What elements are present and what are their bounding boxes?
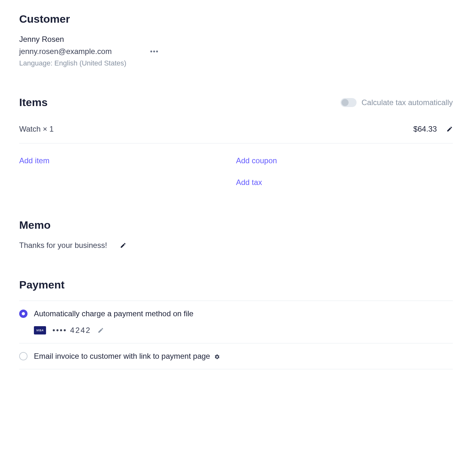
customer-email: jenny.rosen@example.com bbox=[19, 47, 112, 56]
payment-option-email-invoice: Email invoice to customer with link to p… bbox=[19, 343, 453, 369]
payment-option-label: Email invoice to customer with link to p… bbox=[34, 352, 220, 361]
add-tax-button[interactable]: Add tax bbox=[236, 175, 453, 190]
card-brand: VISA bbox=[36, 329, 43, 332]
gear-icon[interactable] bbox=[214, 354, 220, 360]
tax-toggle-label: Calculate tax automatically bbox=[362, 98, 453, 107]
edit-memo-icon[interactable] bbox=[120, 242, 126, 249]
card-on-file: VISA •••• 4242 bbox=[34, 326, 453, 335]
tax-auto-toggle[interactable] bbox=[341, 98, 357, 107]
payment-option-auto-charge: Automatically charge a payment method on… bbox=[19, 301, 453, 343]
item-description: Watch × 1 bbox=[19, 125, 54, 134]
visa-badge-icon: VISA bbox=[34, 326, 46, 334]
add-item-button[interactable]: Add item bbox=[19, 153, 236, 168]
card-last4: •••• 4242 bbox=[52, 326, 91, 335]
customer-name: Jenny Rosen bbox=[19, 35, 453, 44]
radio-email-invoice[interactable] bbox=[19, 352, 28, 360]
items-heading: Items bbox=[19, 96, 48, 109]
payment-heading: Payment bbox=[19, 279, 65, 291]
item-price: $64.33 bbox=[413, 125, 437, 134]
more-actions-icon[interactable]: ••• bbox=[150, 48, 159, 55]
memo-section: Memo Thanks for your business! bbox=[19, 219, 453, 250]
payment-section: Payment Automatically charge a payment m… bbox=[19, 279, 453, 369]
customer-heading: Customer bbox=[19, 13, 70, 25]
toggle-knob bbox=[342, 99, 349, 106]
radio-auto-charge[interactable] bbox=[19, 310, 28, 318]
customer-section: Customer Jenny Rosen jenny.rosen@example… bbox=[19, 13, 453, 67]
memo-text: Thanks for your business! bbox=[19, 241, 107, 250]
edit-item-icon[interactable] bbox=[446, 126, 453, 132]
tax-toggle-group: Calculate tax automatically bbox=[341, 98, 453, 107]
customer-language: Language: English (United States) bbox=[19, 59, 453, 67]
line-item-row: Watch × 1 $64.33 bbox=[19, 118, 453, 143]
items-section: Items Calculate tax automatically Watch … bbox=[19, 96, 453, 190]
edit-card-icon[interactable] bbox=[98, 327, 104, 334]
memo-heading: Memo bbox=[19, 219, 51, 231]
payment-option-label: Automatically charge a payment method on… bbox=[34, 309, 193, 318]
add-coupon-button[interactable]: Add coupon bbox=[236, 153, 453, 168]
